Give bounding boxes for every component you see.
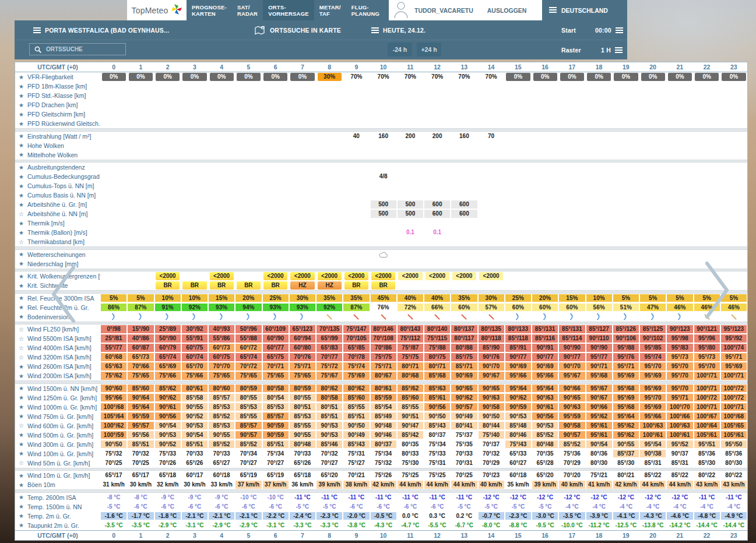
logout-button[interactable]: AUSLOGGEN xyxy=(487,7,527,14)
row-label: ★VFR-Fliegbarkeit xyxy=(15,73,100,80)
cell: 90°/65 xyxy=(451,384,477,393)
cell xyxy=(558,82,585,91)
table-row: ★Thermik (Ballon) [m/s]0.10.1 xyxy=(15,228,747,237)
location-menu[interactable]: PORTA WESTFALICA (BAD OEYNHAUS... xyxy=(33,20,169,40)
cell xyxy=(181,209,208,218)
favorite-star-icon[interactable]: ★ xyxy=(19,473,26,479)
next-page-arrow-button[interactable] xyxy=(702,261,730,322)
favorite-star-icon[interactable]: ★ xyxy=(19,513,26,519)
cell xyxy=(262,200,289,209)
tab-metar-taf[interactable]: METAR/TAF xyxy=(314,0,346,20)
favorite-star-icon[interactable]: ★ xyxy=(19,394,26,401)
cell xyxy=(478,259,505,269)
cell: 40 xyxy=(343,132,370,141)
date-selector[interactable]: HEUTE, 24.12. xyxy=(371,20,426,40)
cell: 70°/33 xyxy=(208,449,235,459)
favorite-star-icon[interactable]: ★ xyxy=(19,102,26,108)
cell xyxy=(289,181,316,191)
favorite-star-icon[interactable]: ★ xyxy=(19,364,26,370)
cell xyxy=(666,82,693,91)
tab-flug-planung[interactable]: FLUG-PLANUNG xyxy=(346,0,385,20)
favorite-star-icon[interactable]: ★ xyxy=(19,482,26,488)
cell xyxy=(451,141,477,150)
favorite-star-icon[interactable]: ★ xyxy=(19,432,26,438)
favorite-star-icon[interactable]: ★ xyxy=(19,121,26,127)
favorite-star-icon[interactable]: ★ xyxy=(19,450,26,457)
favorite-star-icon[interactable]: ★ xyxy=(19,93,26,99)
favorite-star-icon[interactable]: ★ xyxy=(19,220,26,227)
favorite-star-icon[interactable]: ★ xyxy=(19,74,26,80)
favorite-star-icon[interactable]: ★ xyxy=(19,202,26,208)
favorite-star-icon[interactable]: ☆ xyxy=(19,326,26,333)
cell: 80°/62 xyxy=(316,384,343,393)
favorite-star-icon[interactable]: ★ xyxy=(19,260,26,267)
cell xyxy=(694,250,720,259)
favorite-star-icon[interactable]: ★ xyxy=(19,441,26,447)
favorite-star-icon[interactable]: ★ xyxy=(19,373,26,379)
map-search-button[interactable]: ORTSSUCHE IN KARTE xyxy=(255,20,341,40)
cell: 90°/59 xyxy=(262,421,289,431)
logo[interactable]: TopMeteo xyxy=(127,0,187,20)
favorite-star-icon[interactable]: ★ xyxy=(19,283,26,289)
location-search-box[interactable] xyxy=(29,43,126,55)
favorite-star-icon[interactable]: ★ xyxy=(19,251,26,258)
favorite-star-icon[interactable]: ★ xyxy=(19,183,26,189)
cell: 100°/59 xyxy=(100,431,127,440)
table-row: ★Thermik [m/s] xyxy=(15,218,747,228)
tab-orts-vorhersage[interactable]: ORTS-VORHERSAGE xyxy=(263,0,314,20)
tab-sat-radar[interactable]: SAT/RADAR xyxy=(232,0,263,20)
favorite-star-icon[interactable]: ★ xyxy=(19,192,26,199)
cell xyxy=(532,132,558,141)
favorite-star-icon[interactable]: ★ xyxy=(19,174,26,180)
cell xyxy=(505,91,532,100)
favorite-star-icon[interactable]: ☆ xyxy=(19,239,26,245)
minus-24h-button[interactable]: -24 h xyxy=(388,43,412,57)
favorite-star-icon[interactable]: ★ xyxy=(19,494,26,500)
tab-prognose-karten[interactable]: PROGNOSE-KARTEN xyxy=(187,0,232,20)
favorite-star-icon[interactable]: ★ xyxy=(19,142,26,149)
favorite-star-icon[interactable]: ☆ xyxy=(19,211,26,217)
search-input[interactable] xyxy=(45,45,114,53)
cell: 90°/48 xyxy=(370,421,397,431)
favorite-star-icon[interactable]: ☆ xyxy=(19,345,26,351)
cell: 35% xyxy=(316,294,343,303)
cell xyxy=(316,218,343,228)
favorite-star-icon[interactable]: ★ xyxy=(19,230,26,236)
favorite-star-icon[interactable]: ★ xyxy=(19,313,26,320)
hour-header: 9 xyxy=(343,64,370,70)
favorite-star-icon[interactable]: ★ xyxy=(19,273,26,280)
cell: 90°/56 xyxy=(154,412,181,421)
menu-icon xyxy=(616,27,623,33)
favorite-star-icon[interactable]: ★ xyxy=(19,111,26,118)
favorite-star-icon[interactable]: ★ xyxy=(19,295,26,301)
favorite-star-icon[interactable]: ★ xyxy=(19,503,26,510)
plus-24h-button[interactable]: +24 h xyxy=(417,43,441,57)
favorite-star-icon[interactable]: ★ xyxy=(19,404,26,410)
cell: 75°/43 xyxy=(505,440,532,449)
favorite-star-icon[interactable]: ★ xyxy=(19,83,26,90)
cell: 90°/38 xyxy=(639,449,666,459)
prev-page-arrow-button[interactable] xyxy=(50,265,78,326)
cell: <2000 xyxy=(154,272,181,281)
cell: 105°/61 xyxy=(720,431,747,440)
cell: 0.0 °C xyxy=(397,512,424,521)
cell xyxy=(558,150,585,160)
country-selector[interactable]: DEUTSCHLAND xyxy=(542,0,627,20)
favorite-star-icon[interactable]: ★ xyxy=(19,385,26,392)
favorite-star-icon[interactable]: ★ xyxy=(19,522,26,528)
favorite-star-icon[interactable]: ★ xyxy=(19,133,26,139)
username[interactable]: TUDOR_VACARETU xyxy=(414,7,473,14)
row-label: ★Einstrahlung [Watt / m²] xyxy=(15,133,100,140)
favorite-star-icon[interactable]: ☆ xyxy=(19,422,26,429)
favorite-star-icon[interactable]: ☆ xyxy=(19,354,26,361)
start-time-selector[interactable]: 00:00 xyxy=(595,20,623,40)
favorite-star-icon[interactable]: ★ xyxy=(19,151,26,158)
raster-selector[interactable]: 1 H xyxy=(601,40,623,59)
favorite-star-icon[interactable]: ☆ xyxy=(19,460,26,466)
favorite-star-icon[interactable]: ☆ xyxy=(19,336,26,342)
cell xyxy=(639,91,666,100)
favorite-star-icon[interactable]: ★ xyxy=(19,413,26,419)
favorite-star-icon[interactable]: ★ xyxy=(19,164,26,171)
cell xyxy=(343,237,370,246)
favorite-star-icon[interactable]: ★ xyxy=(19,304,26,311)
